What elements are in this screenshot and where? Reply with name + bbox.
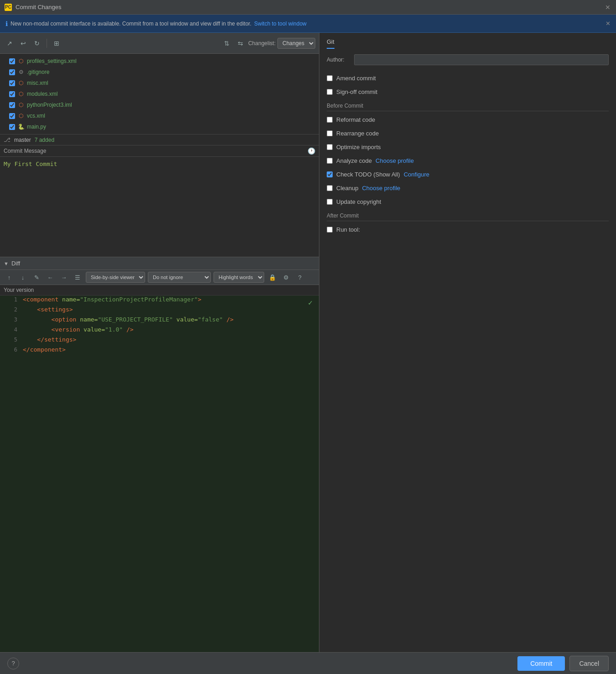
- sign-off-row: Sign-off commit: [327, 86, 609, 97]
- added-badge: 7 added: [35, 137, 54, 143]
- checkmark-icon: ✓: [308, 298, 313, 307]
- code-line: 6 </component>: [0, 346, 319, 356]
- diff-version-label: Your version: [0, 285, 319, 296]
- optimize-imports-checkbox[interactable]: [327, 144, 333, 150]
- lock-icon[interactable]: 🔒: [267, 272, 278, 283]
- reformat-code-checkbox[interactable]: [327, 117, 333, 123]
- xml-icon: ⬡: [17, 90, 25, 98]
- cleanup-checkbox[interactable]: [327, 185, 333, 191]
- file-name: modules.xml: [27, 91, 57, 97]
- rearrange-code-checkbox[interactable]: [327, 130, 333, 136]
- run-tool-checkbox[interactable]: [327, 227, 333, 233]
- rearrange-code-label: Rearrange code: [336, 130, 379, 137]
- cleanup-label: Cleanup: [336, 185, 358, 192]
- code-line: 3 <option name="USE_PROJECT_PROFILE" val…: [0, 316, 319, 326]
- file-tree: ⬡ profiles_settings.xml ⚙ .gitignore ⬡ m…: [0, 54, 319, 134]
- file-checkbox[interactable]: [9, 124, 15, 130]
- viewer-mode-select[interactable]: Side-by-side viewer Unified viewer: [86, 272, 145, 283]
- switch-to-tool-window-link[interactable]: Switch to tool window: [254, 21, 307, 27]
- list-item[interactable]: ⬡ modules.xml: [0, 88, 319, 99]
- after-commit-title: After Commit: [327, 213, 609, 221]
- diff-collapse-icon[interactable]: ▼: [4, 261, 9, 266]
- title-bar: PC Commit Changes ✕: [0, 0, 616, 15]
- xml-icon: ⬡: [17, 112, 25, 119]
- file-checkbox[interactable]: [9, 102, 15, 108]
- list-item[interactable]: ⬡ pythonProject3.iml: [0, 99, 319, 110]
- list-item[interactable]: ⚙ .gitignore: [0, 67, 319, 78]
- analyze-code-row: Analyze code Choose profile: [327, 155, 609, 166]
- collapse-all-icon[interactable]: ⇆: [235, 37, 246, 49]
- right-panel: Git Author: Amend commit Sign-off commit…: [319, 33, 616, 652]
- list-item[interactable]: ⬡ vcs.xml: [0, 110, 319, 121]
- check-todo-checkbox[interactable]: [327, 171, 333, 177]
- diff-settings-icon[interactable]: ☰: [72, 272, 83, 283]
- amend-commit-label: Amend commit: [336, 75, 376, 82]
- git-icon: ⚙: [17, 68, 25, 76]
- file-checkbox[interactable]: [9, 69, 15, 75]
- reformat-code-row: Reformat code: [327, 114, 609, 125]
- list-item[interactable]: ⬡ profiles_settings.xml: [0, 56, 319, 67]
- update-copyright-checkbox[interactable]: [327, 199, 333, 205]
- dialog-title: Commit Changes: [16, 4, 600, 10]
- diff-section: ▼ Diff ↑ ↓ ✎ ← → ☰ Side-by-side viewer U…: [0, 257, 319, 652]
- xml-icon: ⬡: [17, 79, 25, 87]
- back-icon[interactable]: ←: [45, 272, 56, 283]
- sign-off-checkbox[interactable]: [327, 89, 333, 95]
- forward-icon[interactable]: →: [58, 272, 69, 283]
- commit-button[interactable]: Commit: [517, 656, 565, 671]
- refresh-icon[interactable]: ↻: [31, 37, 43, 49]
- run-tool-row: Run tool:: [327, 224, 609, 235]
- undo-icon[interactable]: ↩: [17, 37, 29, 49]
- separator: [47, 39, 47, 48]
- analyze-code-label: Analyze code: [336, 157, 372, 164]
- arrow-icon[interactable]: ↗: [4, 37, 16, 49]
- ignore-whitespace-select[interactable]: Do not ignore Ignore whitespace Ignore a…: [148, 272, 211, 283]
- code-line: 2 <settings>: [0, 306, 319, 316]
- analyze-code-profile-link[interactable]: Choose profile: [376, 157, 414, 164]
- optimize-imports-row: Optimize imports: [327, 141, 609, 152]
- changelist-select[interactable]: Changes: [277, 38, 315, 49]
- optimize-imports-label: Optimize imports: [336, 144, 381, 150]
- commit-message-section: Commit Message 🕐 My First Commit: [0, 145, 319, 257]
- help-button[interactable]: ?: [7, 658, 19, 669]
- file-name: pythonProject3.iml: [27, 102, 72, 108]
- file-checkbox[interactable]: [9, 91, 15, 97]
- configure-todo-link[interactable]: Configure: [404, 171, 429, 178]
- left-panel: ↗ ↩ ↻ ⊞ ⇅ ⇆ Changelist: Changes ⬡ profil…: [0, 33, 319, 652]
- update-copyright-row: Update copyright: [327, 196, 609, 207]
- before-commit-title: Before Commit: [327, 103, 609, 111]
- expand-all-icon[interactable]: ⇅: [221, 37, 233, 49]
- amend-commit-checkbox[interactable]: [327, 75, 333, 81]
- commit-message-input[interactable]: My First Commit: [0, 156, 319, 257]
- commit-message-header: Commit Message 🕐: [0, 145, 319, 156]
- file-checkbox[interactable]: [9, 58, 15, 64]
- cleanup-profile-link[interactable]: Choose profile: [362, 185, 400, 192]
- git-tab[interactable]: Git: [327, 38, 334, 49]
- highlight-mode-select[interactable]: Highlight words Highlight chars Do not h…: [214, 272, 264, 283]
- analyze-code-checkbox[interactable]: [327, 158, 333, 164]
- file-name: misc.xml: [27, 80, 48, 86]
- diff-label: Diff: [11, 260, 20, 267]
- gear-icon[interactable]: ⚙: [281, 272, 292, 283]
- banner-close-button[interactable]: ✕: [606, 20, 611, 27]
- prev-change-icon[interactable]: ↑: [4, 272, 15, 283]
- list-item[interactable]: ⬡ misc.xml: [0, 78, 319, 88]
- group-icon[interactable]: ⊞: [51, 37, 63, 49]
- edit-icon[interactable]: ✎: [31, 272, 42, 283]
- next-change-icon[interactable]: ↓: [17, 272, 28, 283]
- py-icon: 🐍: [17, 123, 25, 130]
- help-icon[interactable]: ?: [294, 272, 305, 283]
- branch-name: master: [14, 137, 31, 143]
- list-item[interactable]: 🐍 main.py: [0, 121, 319, 132]
- file-name: profiles_settings.xml: [27, 58, 77, 64]
- footer: ? Commit Cancel: [0, 652, 616, 674]
- code-line: 4 <version value="1.0" />: [0, 326, 319, 336]
- history-icon[interactable]: 🕐: [308, 147, 315, 155]
- file-checkbox[interactable]: [9, 113, 15, 119]
- branch-info: ⎇ master 7 added: [0, 134, 319, 145]
- close-button[interactable]: ✕: [604, 4, 611, 11]
- author-input[interactable]: [354, 54, 609, 65]
- file-checkbox[interactable]: [9, 80, 15, 86]
- cancel-button[interactable]: Cancel: [569, 656, 609, 671]
- diff-content: ✓ 1 <component name="InspectionProjectPr…: [0, 296, 319, 652]
